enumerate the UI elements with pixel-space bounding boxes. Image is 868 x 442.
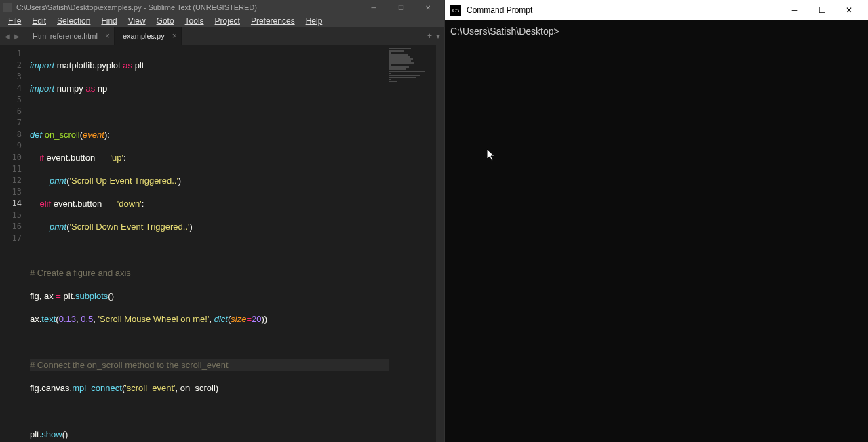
menu-goto[interactable]: Goto bbox=[151, 15, 180, 27]
menu-find[interactable]: Find bbox=[96, 15, 122, 27]
tabbar: ◀ ▶ Html reference.html × examples.py × … bbox=[0, 27, 444, 45]
menu-file[interactable]: File bbox=[3, 15, 26, 27]
menubar: File Edit Selection Find View Goto Tools… bbox=[0, 15, 444, 27]
tab-close-icon[interactable]: × bbox=[105, 31, 110, 41]
menu-selection[interactable]: Selection bbox=[52, 15, 96, 27]
menu-edit[interactable]: Edit bbox=[26, 15, 52, 27]
cmd-title: Command Prompt bbox=[467, 5, 781, 15]
sublime-app-icon bbox=[3, 3, 12, 12]
cmd-terminal[interactable]: C:\Users\Satish\Desktop> bbox=[445, 20, 868, 442]
maximize-button[interactable]: ☐ bbox=[387, 0, 414, 15]
cmd-close-button[interactable]: ✕ bbox=[835, 1, 863, 20]
minimize-button[interactable]: ─ bbox=[360, 0, 387, 15]
menu-help[interactable]: Help bbox=[300, 15, 328, 27]
cmd-titlebar[interactable]: C:\ Command Prompt ─ ☐ ✕ bbox=[445, 0, 868, 20]
cmd-app-icon: C:\ bbox=[450, 5, 461, 16]
minimap[interactable] bbox=[389, 45, 436, 442]
tab-dropdown-button[interactable]: ▾ bbox=[436, 31, 440, 41]
cmd-minimize-button[interactable]: ─ bbox=[781, 1, 808, 20]
menu-project[interactable]: Project bbox=[210, 15, 245, 27]
new-tab-button[interactable]: + bbox=[427, 31, 432, 41]
sublime-window: C:\Users\Satish\Desktop\examples.py - Su… bbox=[0, 0, 444, 442]
sublime-title: C:\Users\Satish\Desktop\examples.py - Su… bbox=[16, 3, 360, 12]
tab-nav-back[interactable]: ◀ bbox=[3, 29, 12, 43]
sublime-titlebar[interactable]: C:\Users\Satish\Desktop\examples.py - Su… bbox=[0, 0, 444, 15]
gutter[interactable]: 1234 5678 9101112 13141516 17 bbox=[0, 45, 30, 442]
close-button[interactable]: ✕ bbox=[414, 0, 441, 15]
tab-html-reference[interactable]: Html reference.html × bbox=[24, 27, 115, 45]
tab-nav-fwd[interactable]: ▶ bbox=[12, 29, 22, 43]
code-editor[interactable]: import matplotlib.pyplot as plt import n… bbox=[30, 45, 389, 442]
vertical-scrollbar[interactable] bbox=[436, 45, 444, 442]
menu-preferences[interactable]: Preferences bbox=[245, 15, 300, 27]
cmd-maximize-button[interactable]: ☐ bbox=[808, 1, 835, 20]
menu-tools[interactable]: Tools bbox=[180, 15, 210, 27]
tab-close-icon[interactable]: × bbox=[172, 31, 177, 41]
tab-examples-py[interactable]: examples.py × bbox=[115, 27, 182, 45]
menu-view[interactable]: View bbox=[123, 15, 151, 27]
cmd-prompt: C:\Users\Satish\Desktop> bbox=[450, 26, 559, 37]
editor-area: 1234 5678 9101112 13141516 17 import mat… bbox=[0, 45, 444, 442]
cmd-window: C:\ Command Prompt ─ ☐ ✕ C:\Users\Satish… bbox=[444, 0, 868, 442]
